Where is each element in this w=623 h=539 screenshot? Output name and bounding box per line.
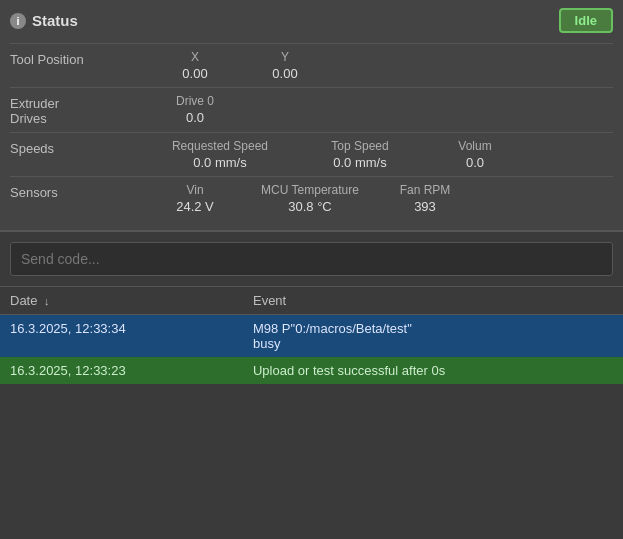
mcu-col: MCU Temperature 30.8 °C: [240, 183, 380, 214]
mcu-label: MCU Temperature: [261, 183, 359, 197]
log-event-1: M98 P"0:/macros/Beta/test" busy: [243, 315, 623, 358]
status-panel: i Status Idle Tool Position X 0.00 Y 0.0…: [0, 0, 623, 232]
x-axis-col: X 0.00: [150, 50, 240, 81]
x-axis-value: 0.00: [182, 66, 207, 81]
volume-label: Volum: [458, 139, 491, 153]
log-body: 16.3.2025, 12:33:34 M98 P"0:/macros/Beta…: [0, 315, 623, 385]
log-row: 16.3.2025, 12:33:23 Upload or test succe…: [0, 357, 623, 384]
drive0-value: 0.0: [186, 110, 204, 125]
idle-badge: Idle: [559, 8, 613, 33]
extruder-drives-row: Extruder Drives Drive 0 0.0: [10, 87, 613, 132]
extruder-drives-label: Extruder Drives: [10, 94, 150, 126]
log-header: Date ↓ Event: [0, 287, 623, 315]
mcu-value: 30.8 °C: [288, 199, 332, 214]
tool-position-label: Tool Position: [10, 50, 150, 67]
requested-speed-value: 0.0 mm/s: [193, 155, 246, 170]
vin-label: Vin: [186, 183, 203, 197]
requested-speed-col: Requested Speed 0.0 mm/s: [150, 139, 290, 170]
top-speed-col: Top Speed 0.0 mm/s: [290, 139, 430, 170]
vin-col: Vin 24.2 V: [150, 183, 240, 214]
top-speed-label: Top Speed: [331, 139, 388, 153]
fan-rpm-col: Fan RPM 393: [380, 183, 470, 214]
volume-col: Volum 0.0: [430, 139, 520, 170]
log-date-1: 16.3.2025, 12:33:34: [0, 315, 243, 358]
tool-position-values: X 0.00 Y 0.00: [150, 50, 613, 81]
send-code-input[interactable]: [10, 242, 613, 276]
status-header: i Status Idle: [10, 8, 613, 33]
speeds-label: Speeds: [10, 139, 150, 156]
sort-icon[interactable]: ↓: [44, 295, 50, 307]
y-axis-label: Y: [281, 50, 289, 64]
volume-value: 0.0: [466, 155, 484, 170]
drive0-label: Drive 0: [176, 94, 214, 108]
speeds-row: Speeds Requested Speed 0.0 mm/s Top Spee…: [10, 132, 613, 176]
requested-speed-label: Requested Speed: [172, 139, 268, 153]
sensors-label: Sensors: [10, 183, 150, 200]
vin-value: 24.2 V: [176, 199, 214, 214]
x-axis-label: X: [191, 50, 199, 64]
y-axis-col: Y 0.00: [240, 50, 330, 81]
log-date-2: 16.3.2025, 12:33:23: [0, 357, 243, 384]
send-code-area: [0, 232, 623, 287]
top-speed-value: 0.0 mm/s: [333, 155, 386, 170]
sensors-row: Sensors Vin 24.2 V MCU Temperature 30.8 …: [10, 176, 613, 220]
date-column-header: Date ↓: [0, 287, 243, 315]
tool-position-row: Tool Position X 0.00 Y 0.00: [10, 43, 613, 87]
y-axis-value: 0.00: [272, 66, 297, 81]
extruder-values: Drive 0 0.0: [150, 94, 613, 125]
speeds-values: Requested Speed 0.0 mm/s Top Speed 0.0 m…: [150, 139, 613, 170]
status-title: Status: [32, 12, 78, 29]
log-table: Date ↓ Event 16.3.2025, 12:33:34 M98 P"0…: [0, 287, 623, 384]
event-column-header: Event: [243, 287, 623, 315]
drive0-col: Drive 0 0.0: [150, 94, 240, 125]
log-event-2: Upload or test successful after 0s: [243, 357, 623, 384]
fan-rpm-value: 393: [414, 199, 436, 214]
fan-rpm-label: Fan RPM: [400, 183, 451, 197]
info-icon[interactable]: i: [10, 13, 26, 29]
status-title-row: i Status: [10, 12, 78, 29]
log-row: 16.3.2025, 12:33:34 M98 P"0:/macros/Beta…: [0, 315, 623, 358]
sensors-values: Vin 24.2 V MCU Temperature 30.8 °C Fan R…: [150, 183, 613, 214]
